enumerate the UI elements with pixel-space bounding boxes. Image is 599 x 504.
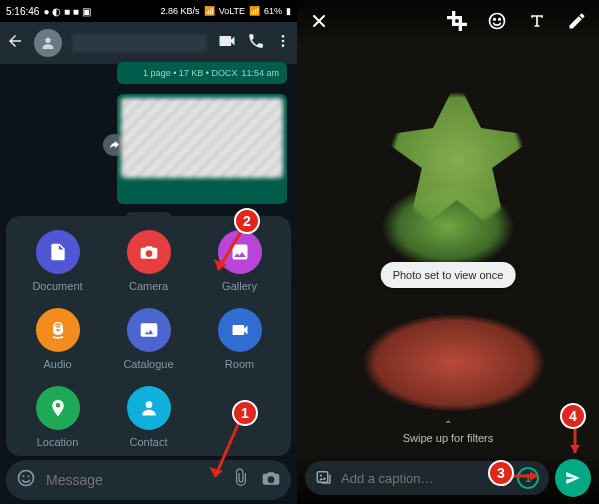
svg-point-2: [282, 40, 285, 43]
attach-room[interactable]: Room: [200, 308, 280, 370]
caption-input[interactable]: [341, 471, 509, 486]
location-icon: [36, 386, 80, 430]
attach-catalogue[interactable]: Catalogue: [109, 308, 189, 370]
emoji-icon[interactable]: [16, 468, 36, 492]
text-icon[interactable]: [527, 11, 547, 35]
battery-icon: ▮: [286, 6, 291, 16]
svg-point-1: [282, 35, 285, 38]
whatsapp-chat-screen: 5:16:46 ● ◐ ■ ■ ▣ 2.86 KB/s 📶 VoLTE 📶 61…: [0, 0, 297, 504]
attach-camera-label: Camera: [129, 280, 168, 292]
editor-bottom-row: 1: [297, 452, 599, 504]
attach-contact-label: Contact: [130, 436, 168, 448]
annotation-badge-4: 4: [560, 403, 586, 429]
camera-input-icon[interactable]: [261, 468, 281, 492]
crop-icon[interactable]: [447, 11, 467, 35]
attach-icon[interactable]: [231, 468, 251, 492]
attach-camera[interactable]: Camera: [109, 230, 189, 292]
message-pill[interactable]: [6, 460, 291, 500]
add-photo-icon[interactable]: [315, 468, 333, 489]
message-document[interactable]: 1 page • 17 KB • DOCX 11:54 am: [117, 62, 287, 84]
attach-location-label: Location: [37, 436, 79, 448]
video-call-icon[interactable]: [217, 31, 237, 55]
attach-audio-label: Audio: [43, 358, 71, 370]
attach-document[interactable]: Document: [18, 230, 98, 292]
image-thumbnail: [121, 98, 283, 178]
close-icon[interactable]: [309, 11, 329, 35]
doc-time: 11:54 am: [241, 68, 279, 78]
attach-catalogue-label: Catalogue: [123, 358, 173, 370]
view-once-toggle[interactable]: 1: [517, 467, 539, 489]
svg-point-8: [23, 475, 25, 477]
attach-gallery-label: Gallery: [222, 280, 257, 292]
attach-audio[interactable]: Audio: [18, 308, 98, 370]
svg-point-6: [145, 401, 152, 408]
svg-point-0: [45, 38, 50, 43]
doc-meta: 1 page • 17 KB • DOCX: [143, 68, 237, 78]
back-icon[interactable]: [6, 32, 24, 54]
status-signal-icon: 📶: [204, 6, 215, 16]
attach-contact[interactable]: Contact: [109, 386, 189, 448]
svg-point-5: [143, 326, 146, 329]
message-input-row: [6, 460, 291, 500]
status-battery: 61%: [264, 6, 282, 16]
message-image[interactable]: [117, 94, 287, 204]
more-icon[interactable]: [275, 33, 291, 53]
attach-document-label: Document: [32, 280, 82, 292]
attach-gallery[interactable]: Gallery: [200, 230, 280, 292]
svg-point-3: [282, 44, 285, 47]
voice-call-icon[interactable]: [247, 32, 265, 54]
catalogue-icon: [127, 308, 171, 352]
audio-icon: [36, 308, 80, 352]
svg-point-7: [19, 471, 34, 486]
status-time: 5:16:46: [6, 6, 39, 17]
send-button[interactable]: [555, 459, 591, 497]
contact-icon: [127, 386, 171, 430]
status-bar: 5:16:46 ● ◐ ■ ■ ▣ 2.86 KB/s 📶 VoLTE 📶 61…: [0, 0, 297, 22]
svg-point-14: [320, 474, 322, 476]
chat-header: [0, 22, 297, 64]
svg-point-9: [28, 475, 30, 477]
svg-point-11: [494, 19, 496, 21]
gallery-icon: [218, 230, 262, 274]
room-icon: [218, 308, 262, 352]
contact-avatar[interactable]: [34, 29, 62, 57]
document-icon: [36, 230, 80, 274]
view-once-toast: Photo set to view once: [381, 262, 516, 288]
editor-toolbar: [297, 0, 599, 46]
draw-icon[interactable]: [567, 11, 587, 35]
annotation-badge-2: 2: [234, 208, 260, 234]
status-signal2-icon: 📶: [249, 6, 260, 16]
contact-name[interactable]: [72, 34, 207, 52]
attach-location[interactable]: Location: [18, 386, 98, 448]
camera-icon: [127, 230, 171, 274]
svg-point-12: [499, 19, 501, 21]
sticker-icon[interactable]: [487, 11, 507, 35]
swipe-hint[interactable]: Swipe up for filters: [297, 419, 599, 444]
status-net: 2.86 KB/s: [161, 6, 200, 16]
annotation-badge-1: 1: [232, 400, 258, 426]
message-input[interactable]: [46, 472, 221, 488]
status-volte: VoLTE: [219, 6, 245, 16]
svg-point-10: [490, 14, 505, 29]
attach-room-label: Room: [225, 358, 254, 370]
photo-editor-screen: Photo set to view once Swipe up for filt…: [297, 0, 599, 504]
annotation-badge-3: 3: [488, 460, 514, 486]
status-app-icons: ● ◐ ■ ■ ▣: [43, 6, 90, 17]
